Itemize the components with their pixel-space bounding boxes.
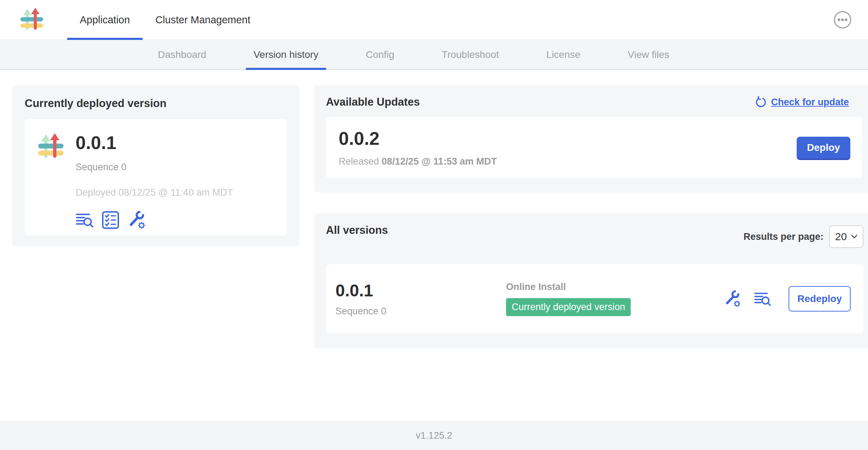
deploy-logs-icon [754, 291, 772, 307]
edit-config-button[interactable] [127, 210, 147, 230]
all-versions-title: All versions [326, 224, 388, 237]
edit-config-icon [127, 210, 147, 230]
tab-cluster-management[interactable]: Cluster Management [143, 0, 263, 40]
right-column: Available Updates Check for update 0.0.2… [314, 85, 868, 348]
version-row: 0.0.1 Sequence 0 Online Install Currentl… [326, 264, 863, 333]
currently-deployed-badge: Currently deployed version [506, 298, 631, 316]
preflight-checks-icon [102, 211, 119, 229]
subtab-troubleshoot[interactable]: Troubleshoot [434, 40, 507, 69]
subtab-dashboard[interactable]: Dashboard [150, 40, 214, 69]
deployed-card-title: Currently deployed version [25, 97, 287, 110]
available-updates-title: Available Updates [326, 96, 420, 108]
results-per-page-select[interactable]: 20 [829, 225, 863, 248]
tab-application-label: Application [80, 14, 130, 26]
edit-config-button[interactable] [724, 290, 742, 308]
deployed-version-details: 0.0.1 Sequence 0 Deployed 08/12/25 @ 11:… [76, 133, 233, 221]
check-for-update-label: Check for update [771, 97, 849, 108]
app-logo-icon [37, 133, 64, 160]
subtab-license[interactable]: License [539, 40, 588, 69]
results-per-page-label: Results per page: [743, 231, 824, 242]
tab-cluster-management-label: Cluster Management [155, 14, 250, 26]
available-updates-card: Available Updates Check for update 0.0.2… [314, 85, 868, 193]
redeploy-button[interactable]: Redeploy [789, 286, 851, 312]
update-details: 0.0.2 Released 08/12/25 @ 11:53 am MDT [339, 128, 497, 167]
subtab-config-label: Config [366, 49, 394, 60]
tab-application[interactable]: Application [67, 0, 143, 40]
overflow-menu-button[interactable] [833, 11, 852, 29]
deployed-timestamp: Deployed 08/12/25 @ 11:40 am MDT [76, 187, 233, 198]
subtab-view-files-label: View files [628, 49, 669, 60]
subtab-troubleshoot-label: Troubleshoot [442, 49, 499, 60]
deployed-app-icon-wrap [37, 133, 64, 221]
row-version-number: 0.0.1 [335, 281, 506, 300]
deploy-button[interactable]: Deploy [797, 137, 850, 159]
app-subnav: Dashboard Version history Config Trouble… [0, 40, 868, 70]
row-sequence: Sequence 0 [335, 306, 506, 317]
preflight-checks-button[interactable] [102, 211, 119, 229]
released-timestamp: 08/12/25 @ 11:53 am MDT [382, 156, 497, 167]
install-type: Online Install [506, 282, 724, 292]
deployed-sequence: Sequence 0 [76, 162, 233, 173]
deployed-version-panel: 0.0.1 Sequence 0 Deployed 08/12/25 @ 11:… [25, 119, 287, 236]
header-right [833, 0, 868, 40]
subtab-view-files[interactable]: View files [620, 40, 677, 69]
currently-deployed-card: Currently deployed version 0.0.1 Sequenc… [12, 85, 299, 246]
results-per-page: Results per page: 20 [743, 225, 863, 248]
ellipsis-circle-icon [833, 11, 852, 29]
main-content: Currently deployed version 0.0.1 Sequenc… [0, 70, 868, 421]
update-version-number: 0.0.2 [339, 128, 497, 149]
results-per-page-value: 20 [835, 231, 847, 243]
deployed-version-number: 0.0.1 [76, 133, 233, 153]
app-logo [20, 0, 44, 40]
released-prefix: Released [339, 156, 379, 167]
deploy-logs-button[interactable] [76, 212, 94, 228]
version-row-details: 0.0.1 Sequence 0 [335, 281, 506, 317]
update-row: 0.0.2 Released 08/12/25 @ 11:53 am MDT D… [326, 117, 862, 178]
deployed-actions [76, 210, 233, 230]
deploy-logs-icon [76, 212, 94, 228]
version-row-status: Online Install Currently deployed versio… [506, 282, 724, 316]
app-logo-icon [20, 8, 44, 32]
subtab-dashboard-label: Dashboard [158, 49, 206, 60]
chevron-down-icon [851, 235, 857, 239]
subtab-version-history[interactable]: Version history [246, 40, 326, 69]
page-footer: v1.125.2 [0, 421, 868, 450]
version-history-page: Application Cluster Management Dashboard… [0, 0, 868, 450]
check-for-update-link[interactable]: Check for update [755, 96, 849, 108]
refresh-icon [755, 96, 767, 108]
subtab-version-history-label: Version history [254, 49, 319, 60]
all-versions-card: All versions Results per page: 20 0.0 [314, 213, 868, 348]
deploy-logs-button[interactable] [754, 291, 772, 307]
update-released-line: Released 08/12/25 @ 11:53 am MDT [339, 156, 497, 167]
app-header: Application Cluster Management [0, 0, 868, 40]
subtab-config[interactable]: Config [358, 40, 402, 69]
subtab-license-label: License [546, 49, 581, 60]
edit-config-icon [724, 290, 742, 308]
available-updates-header: Available Updates Check for update [326, 96, 862, 108]
console-version: v1.125.2 [416, 430, 452, 441]
all-versions-header: All versions Results per page: 20 [326, 224, 863, 248]
version-row-actions: Redeploy [724, 286, 851, 312]
